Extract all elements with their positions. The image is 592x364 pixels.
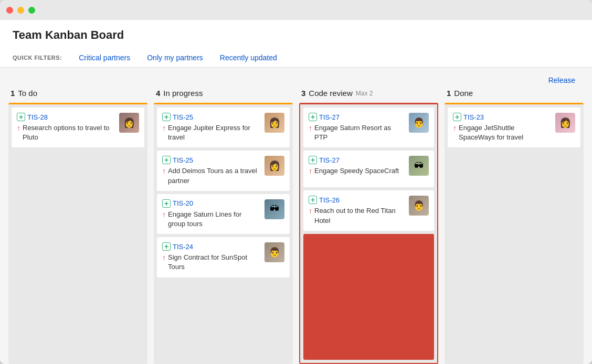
card-tis25b-left: + TIS-25 ↑ Add Deimos Tours as a travel …: [162, 156, 260, 185]
card-tis25a-text: Engage Jupiter Express for travel: [168, 123, 260, 142]
column-inprogress-header: 4 In progress: [154, 89, 293, 98]
main-content: Team Kanban Board QUICK FILTERS: Critica…: [0, 20, 592, 364]
column-todo: 1 To do + TIS-28 ↑: [8, 89, 147, 364]
card-tis26-left: + TIS-26 ↑ Reach out to the Red Titan Ho…: [309, 196, 405, 225]
column-codereview-max: Max 2: [356, 90, 373, 97]
card-tis25a-id[interactable]: TIS-25: [173, 113, 193, 121]
priority-icon: ↑: [162, 167, 166, 175]
card-tis20-id-row: + TIS-20: [162, 199, 260, 208]
card-tis25a: + TIS-25 ↑ Engage Jupiter Express for tr…: [157, 108, 290, 147]
quick-filters-label: QUICK FILTERS:: [13, 55, 62, 61]
card-tis23-avatar: 👩: [555, 113, 575, 133]
column-codereview: 3 Code review Max 2 + TIS-27: [299, 89, 438, 364]
priority-icon: ↑: [309, 124, 312, 132]
card-tis25a-body: ↑ Engage Jupiter Express for travel: [162, 123, 260, 142]
card-tis28-text: Research options to travel to Pluto: [23, 123, 115, 142]
column-codereview-count: 3: [301, 89, 305, 98]
priority-icon: ↑: [309, 207, 312, 215]
card-tis27a-id[interactable]: TIS-27: [319, 113, 340, 121]
card-tis23-id[interactable]: TIS-23: [463, 113, 484, 121]
card-tis20-left: + TIS-20 ↑ Engage Saturn Lines for group…: [162, 199, 260, 229]
card-tis25a-left: + TIS-25 ↑ Engage Jupiter Express for tr…: [162, 113, 260, 142]
card-tis20-text: Engage Saturn Lines for group tours: [168, 210, 260, 229]
column-todo-title: To do: [18, 89, 37, 98]
priority-icon: ↑: [162, 253, 166, 262]
card-tis26-id-row: + TIS-26: [309, 196, 405, 204]
column-codereview-body: + TIS-27 ↑ Engage Saturn Resort as PTP 👨: [299, 103, 438, 364]
card-add-icon: +: [162, 199, 171, 208]
card-tis28-avatar: 👩: [119, 113, 139, 133]
card-tis25b-body: ↑ Add Deimos Tours as a travel partner: [162, 166, 260, 185]
card-tis27a-id-row: + TIS-27: [309, 113, 405, 121]
card-add-icon: +: [162, 242, 171, 251]
card-tis25b-avatar: 👩: [265, 156, 284, 176]
column-done-count: 1: [447, 89, 451, 98]
quick-filters: QUICK FILTERS: Critical partners Only my…: [13, 48, 579, 67]
card-tis20: + TIS-20 ↑ Engage Saturn Lines for group…: [157, 194, 290, 234]
column-done-body: + TIS-23 ↑ Engage JetShuttle SpaceWays f…: [445, 103, 584, 364]
card-tis27a-body: ↑ Engage Saturn Resort as PTP: [309, 123, 405, 142]
card-tis26-body: ↑ Reach out to the Red Titan Hotel: [309, 206, 405, 225]
column-inprogress-count: 4: [156, 89, 160, 98]
app-window: Team Kanban Board QUICK FILTERS: Critica…: [0, 0, 592, 364]
card-tis25a-id-row: + TIS-25: [162, 113, 260, 121]
filter-critical[interactable]: Critical partners: [70, 48, 139, 67]
card-add-icon: +: [309, 196, 317, 204]
overflow-indicator: [303, 234, 434, 360]
card-tis20-body: ↑ Engage Saturn Lines for group tours: [162, 210, 260, 229]
column-todo-count: 1: [10, 89, 15, 98]
priority-icon: ↑: [162, 210, 166, 219]
card-tis25a-avatar: 👩: [265, 113, 284, 133]
priority-icon: ↑: [17, 124, 20, 132]
card-tis20-id[interactable]: TIS-20: [173, 199, 193, 207]
card-add-icon: +: [309, 156, 317, 164]
column-done: 1 Done + TIS-23 ↑: [445, 89, 584, 364]
card-tis24-body: ↑ Sign Contract for SunSpot Tours: [162, 253, 260, 272]
card-tis24-id[interactable]: TIS-24: [173, 243, 193, 251]
card-tis27b: + TIS-27 ↑ Engage Speedy SpaceCraft 🕶: [303, 151, 434, 187]
card-tis28-id-row: + TIS-28: [17, 113, 115, 121]
column-inprogress-body: + TIS-25 ↑ Engage Jupiter Express for tr…: [154, 103, 293, 364]
column-done-title: Done: [454, 89, 473, 98]
page-title: Team Kanban Board: [13, 28, 579, 42]
card-tis26-text: Reach out to the Red Titan Hotel: [314, 206, 405, 225]
filter-only-my[interactable]: Only my partners: [139, 48, 212, 67]
card-tis25b-id-row: + TIS-25: [162, 156, 260, 164]
board-area: Release 1 To do +: [0, 68, 592, 364]
card-tis25b-id[interactable]: TIS-25: [173, 156, 193, 164]
card-tis27a: + TIS-27 ↑ Engage Saturn Resort as PTP 👨: [303, 108, 434, 147]
minimize-button[interactable]: [17, 7, 24, 14]
card-tis26-id[interactable]: TIS-26: [319, 196, 340, 204]
card-tis27b-text: Engage Speedy SpaceCraft: [314, 166, 399, 176]
card-tis28: + TIS-28 ↑ Research options to travel to…: [12, 108, 144, 147]
priority-icon: ↑: [162, 124, 166, 132]
card-tis27b-id-row: + TIS-27: [309, 156, 405, 164]
card-tis24-left: + TIS-24 ↑ Sign Contract for SunSpot Tou…: [162, 242, 260, 272]
card-add-icon: +: [453, 113, 461, 121]
card-tis27a-text: Engage Saturn Resort as PTP: [314, 123, 405, 142]
close-button[interactable]: [6, 7, 13, 14]
card-add-icon: +: [162, 156, 171, 164]
column-codereview-header: 3 Code review Max 2: [299, 89, 438, 98]
maximize-button[interactable]: [28, 7, 35, 14]
card-add-icon: +: [309, 113, 317, 121]
card-tis27b-id[interactable]: TIS-27: [319, 156, 340, 164]
card-tis25b-text: Add Deimos Tours as a travel partner: [168, 166, 260, 185]
card-add-icon: +: [17, 113, 25, 121]
priority-icon: ↑: [309, 167, 312, 175]
card-tis23-body: ↑ Engage JetShuttle SpaceWays for travel: [453, 123, 551, 142]
card-tis28-left: + TIS-28 ↑ Research options to travel to…: [17, 113, 115, 142]
board-header: Release: [8, 68, 584, 89]
columns-container: 1 To do + TIS-28 ↑: [8, 89, 584, 364]
card-tis27b-body: ↑ Engage Speedy SpaceCraft: [309, 166, 405, 176]
card-tis28-id[interactable]: TIS-28: [27, 113, 48, 121]
card-tis24-avatar: 👨: [265, 242, 284, 262]
card-tis25b: + TIS-25 ↑ Add Deimos Tours as a travel …: [157, 151, 290, 190]
card-tis28-body: ↑ Research options to travel to Pluto: [17, 123, 115, 142]
card-tis20-avatar: 🕶: [265, 199, 284, 219]
release-link[interactable]: Release: [548, 76, 575, 84]
column-done-header: 1 Done: [445, 89, 584, 98]
filter-recently[interactable]: Recently updated: [212, 48, 286, 67]
card-add-icon: +: [162, 113, 171, 121]
card-tis26-avatar: 👨: [409, 196, 429, 216]
